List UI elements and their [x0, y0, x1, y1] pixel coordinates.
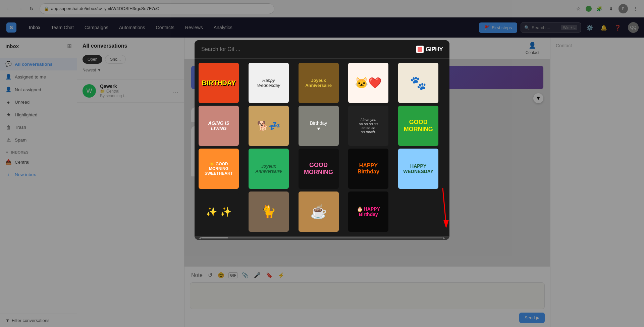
- giphy-scrollbar: ◀ ▶: [195, 236, 449, 240]
- scroll-right-arrow[interactable]: ▶: [443, 236, 445, 240]
- giphy-logo: GIPHY: [416, 46, 443, 53]
- red-arrow-indicator: [436, 188, 449, 233]
- svg-line-0: [443, 188, 446, 225]
- gif-item-12[interactable]: GOOD MORNING: [299, 149, 339, 189]
- gif-item-2[interactable]: Joyeux Anniversaire: [299, 63, 339, 103]
- gif-item-16[interactable]: 🐈: [249, 192, 289, 232]
- giphy-logo-inner: [418, 47, 422, 52]
- gif-item-14[interactable]: HAPPY WEDNESDAY: [398, 149, 438, 189]
- gif-item-7[interactable]: Birthday ♥: [299, 106, 339, 146]
- gif-item-17[interactable]: ☕: [299, 192, 339, 232]
- giphy-grid-container[interactable]: BIRTHDAYHappy WednesdayJoyeux Anniversai…: [195, 59, 449, 236]
- gif-item-11[interactable]: Joyeux Anniversaire: [249, 149, 289, 189]
- giphy-grid: BIRTHDAYHappy WednesdayJoyeux Anniversai…: [199, 63, 445, 232]
- gif-item-0[interactable]: BIRTHDAY: [199, 63, 239, 103]
- modal-overlay[interactable]: GIPHY BIRTHDAYHappy WednesdayJoyeux Anni…: [0, 0, 644, 327]
- gif-item-18[interactable]: 🎂 HAPPY Birthday: [348, 192, 388, 232]
- svg-marker-1: [443, 220, 449, 228]
- giphy-modal: GIPHY BIRTHDAYHappy WednesdayJoyeux Anni…: [195, 40, 449, 240]
- scrollbar-track: [201, 237, 443, 238]
- giphy-header: GIPHY: [195, 40, 449, 59]
- scrollbar-thumb: [201, 237, 228, 238]
- scroll-left-arrow[interactable]: ◀: [199, 236, 201, 240]
- gif-item-1[interactable]: Happy Wednesday: [249, 63, 289, 103]
- giphy-logo-text: GIPHY: [426, 46, 443, 53]
- gif-item-8[interactable]: I love you so so so so so so so so much.: [348, 106, 388, 146]
- gif-item-6[interactable]: 🐕💤: [249, 106, 289, 146]
- gif-item-5[interactable]: AGING IS LIVING: [199, 106, 239, 146]
- giphy-logo-box: [416, 46, 424, 53]
- gif-item-3[interactable]: 🐱❤️: [348, 63, 388, 103]
- gif-item-10[interactable]: ☀️ GOOD MORNING SWEETHEART: [199, 149, 239, 189]
- gif-item-9[interactable]: GOOD MORNING: [398, 106, 438, 146]
- giphy-search-input[interactable]: [201, 46, 412, 52]
- gif-item-13[interactable]: HAPPY Birthday: [348, 149, 388, 189]
- gif-item-4[interactable]: 🐾: [398, 63, 438, 103]
- gif-item-15[interactable]: ✨ ✨: [199, 192, 239, 232]
